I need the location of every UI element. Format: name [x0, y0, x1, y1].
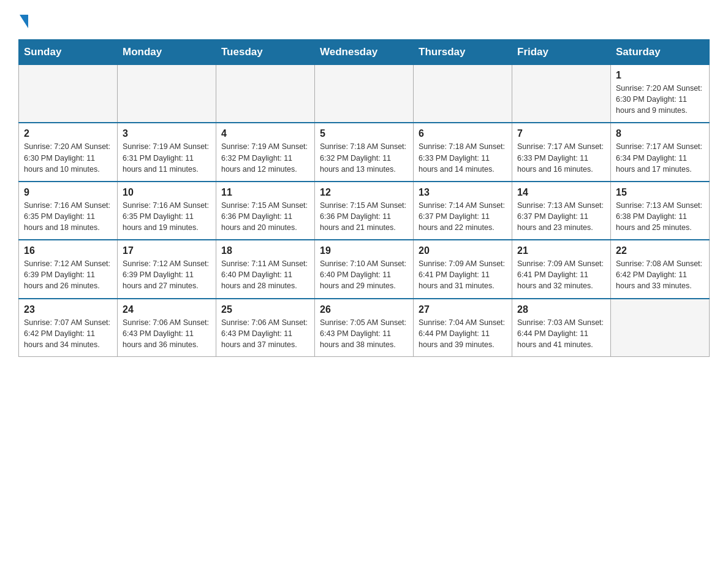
calendar-cell — [611, 299, 710, 357]
calendar-cell: 13Sunrise: 7:14 AM Sunset: 6:37 PM Dayli… — [414, 182, 512, 240]
calendar-cell: 23Sunrise: 7:07 AM Sunset: 6:42 PM Dayli… — [19, 299, 118, 357]
calendar-cell: 12Sunrise: 7:15 AM Sunset: 6:36 PM Dayli… — [315, 182, 414, 240]
day-number: 9 — [24, 187, 112, 198]
calendar-cell: 11Sunrise: 7:15 AM Sunset: 6:36 PM Dayli… — [216, 182, 315, 240]
weekday-header-wednesday: Wednesday — [315, 40, 414, 65]
day-number: 7 — [517, 128, 605, 139]
day-info: Sunrise: 7:08 AM Sunset: 6:42 PM Dayligh… — [616, 258, 704, 291]
day-number: 16 — [24, 245, 112, 256]
calendar-cell — [216, 65, 315, 123]
calendar-cell: 25Sunrise: 7:06 AM Sunset: 6:43 PM Dayli… — [216, 299, 315, 357]
day-info: Sunrise: 7:06 AM Sunset: 6:43 PM Dayligh… — [221, 317, 309, 350]
day-info: Sunrise: 7:17 AM Sunset: 6:34 PM Dayligh… — [616, 141, 704, 174]
day-info: Sunrise: 7:14 AM Sunset: 6:37 PM Dayligh… — [419, 200, 507, 233]
day-info: Sunrise: 7:16 AM Sunset: 6:35 PM Dayligh… — [123, 200, 211, 233]
day-info: Sunrise: 7:15 AM Sunset: 6:36 PM Dayligh… — [221, 200, 309, 233]
calendar-cell: 20Sunrise: 7:09 AM Sunset: 6:41 PM Dayli… — [414, 240, 512, 298]
calendar-cell: 4Sunrise: 7:19 AM Sunset: 6:32 PM Daylig… — [216, 123, 315, 181]
day-info: Sunrise: 7:12 AM Sunset: 6:39 PM Dayligh… — [24, 258, 112, 291]
day-info: Sunrise: 7:20 AM Sunset: 6:30 PM Dayligh… — [616, 83, 704, 116]
week-row-2: 2Sunrise: 7:20 AM Sunset: 6:30 PM Daylig… — [19, 123, 710, 181]
day-info: Sunrise: 7:12 AM Sunset: 6:39 PM Dayligh… — [123, 258, 211, 291]
day-number: 20 — [419, 245, 507, 256]
calendar-cell: 19Sunrise: 7:10 AM Sunset: 6:40 PM Dayli… — [315, 240, 414, 298]
calendar-cell: 21Sunrise: 7:09 AM Sunset: 6:41 PM Dayli… — [512, 240, 611, 298]
day-info: Sunrise: 7:16 AM Sunset: 6:35 PM Dayligh… — [24, 200, 112, 233]
calendar-cell: 26Sunrise: 7:05 AM Sunset: 6:43 PM Dayli… — [315, 299, 414, 357]
day-info: Sunrise: 7:09 AM Sunset: 6:41 PM Dayligh… — [517, 258, 605, 291]
day-number: 6 — [419, 128, 507, 139]
day-info: Sunrise: 7:13 AM Sunset: 6:37 PM Dayligh… — [517, 200, 605, 233]
day-number: 14 — [517, 187, 605, 198]
day-number: 15 — [616, 187, 704, 198]
day-number: 2 — [24, 128, 112, 139]
day-info: Sunrise: 7:15 AM Sunset: 6:36 PM Dayligh… — [320, 200, 408, 233]
week-row-4: 16Sunrise: 7:12 AM Sunset: 6:39 PM Dayli… — [19, 240, 710, 298]
day-info: Sunrise: 7:07 AM Sunset: 6:42 PM Dayligh… — [24, 317, 112, 350]
calendar-cell: 17Sunrise: 7:12 AM Sunset: 6:39 PM Dayli… — [118, 240, 216, 298]
day-info: Sunrise: 7:13 AM Sunset: 6:38 PM Dayligh… — [616, 200, 704, 233]
day-number: 3 — [123, 128, 211, 139]
day-info: Sunrise: 7:09 AM Sunset: 6:41 PM Dayligh… — [419, 258, 507, 291]
calendar-cell: 28Sunrise: 7:03 AM Sunset: 6:44 PM Dayli… — [512, 299, 611, 357]
week-row-3: 9Sunrise: 7:16 AM Sunset: 6:35 PM Daylig… — [19, 182, 710, 240]
calendar-cell: 5Sunrise: 7:18 AM Sunset: 6:32 PM Daylig… — [315, 123, 414, 181]
day-info: Sunrise: 7:03 AM Sunset: 6:44 PM Dayligh… — [517, 317, 605, 350]
day-number: 26 — [320, 304, 408, 315]
day-info: Sunrise: 7:04 AM Sunset: 6:44 PM Dayligh… — [419, 317, 507, 350]
day-info: Sunrise: 7:18 AM Sunset: 6:33 PM Dayligh… — [419, 141, 507, 174]
calendar-cell — [19, 65, 118, 123]
day-number: 17 — [123, 245, 211, 256]
day-number: 13 — [419, 187, 507, 198]
calendar-cell — [414, 65, 512, 123]
weekday-header-row: SundayMondayTuesdayWednesdayThursdayFrid… — [19, 40, 710, 65]
calendar-cell: 2Sunrise: 7:20 AM Sunset: 6:30 PM Daylig… — [19, 123, 118, 181]
weekday-header-sunday: Sunday — [19, 40, 118, 65]
day-number: 4 — [221, 128, 309, 139]
day-number: 10 — [123, 187, 211, 198]
calendar-cell: 6Sunrise: 7:18 AM Sunset: 6:33 PM Daylig… — [414, 123, 512, 181]
day-info: Sunrise: 7:05 AM Sunset: 6:43 PM Dayligh… — [320, 317, 408, 350]
calendar-cell: 3Sunrise: 7:19 AM Sunset: 6:31 PM Daylig… — [118, 123, 216, 181]
day-number: 23 — [24, 304, 112, 315]
day-number: 25 — [221, 304, 309, 315]
calendar-cell: 7Sunrise: 7:17 AM Sunset: 6:33 PM Daylig… — [512, 123, 611, 181]
calendar-cell: 24Sunrise: 7:06 AM Sunset: 6:43 PM Dayli… — [118, 299, 216, 357]
day-number: 18 — [221, 245, 309, 256]
calendar-cell: 9Sunrise: 7:16 AM Sunset: 6:35 PM Daylig… — [19, 182, 118, 240]
day-info: Sunrise: 7:17 AM Sunset: 6:33 PM Dayligh… — [517, 141, 605, 174]
day-number: 28 — [517, 304, 605, 315]
day-number: 21 — [517, 245, 605, 256]
weekday-header-friday: Friday — [512, 40, 611, 65]
day-number: 5 — [320, 128, 408, 139]
calendar-cell: 14Sunrise: 7:13 AM Sunset: 6:37 PM Dayli… — [512, 182, 611, 240]
weekday-header-monday: Monday — [118, 40, 216, 65]
week-row-1: 1Sunrise: 7:20 AM Sunset: 6:30 PM Daylig… — [19, 65, 710, 123]
calendar-cell: 8Sunrise: 7:17 AM Sunset: 6:34 PM Daylig… — [611, 123, 710, 181]
day-info: Sunrise: 7:19 AM Sunset: 6:32 PM Dayligh… — [221, 141, 309, 174]
day-number: 12 — [320, 187, 408, 198]
day-info: Sunrise: 7:06 AM Sunset: 6:43 PM Dayligh… — [123, 317, 211, 350]
day-info: Sunrise: 7:19 AM Sunset: 6:31 PM Dayligh… — [123, 141, 211, 174]
page-header — [18, 12, 710, 28]
calendar-cell: 15Sunrise: 7:13 AM Sunset: 6:38 PM Dayli… — [611, 182, 710, 240]
calendar-cell — [118, 65, 216, 123]
calendar-cell: 18Sunrise: 7:11 AM Sunset: 6:40 PM Dayli… — [216, 240, 315, 298]
weekday-header-thursday: Thursday — [414, 40, 512, 65]
calendar-cell: 27Sunrise: 7:04 AM Sunset: 6:44 PM Dayli… — [414, 299, 512, 357]
logo-arrow-icon — [20, 15, 28, 28]
calendar-table: SundayMondayTuesdayWednesdayThursdayFrid… — [18, 39, 710, 357]
day-number: 8 — [616, 128, 704, 139]
day-number: 1 — [616, 70, 704, 81]
day-info: Sunrise: 7:20 AM Sunset: 6:30 PM Dayligh… — [24, 141, 112, 174]
calendar-cell: 22Sunrise: 7:08 AM Sunset: 6:42 PM Dayli… — [611, 240, 710, 298]
calendar-cell: 10Sunrise: 7:16 AM Sunset: 6:35 PM Dayli… — [118, 182, 216, 240]
day-number: 22 — [616, 245, 704, 256]
day-number: 19 — [320, 245, 408, 256]
calendar-cell — [315, 65, 414, 123]
day-number: 27 — [419, 304, 507, 315]
day-info: Sunrise: 7:11 AM Sunset: 6:40 PM Dayligh… — [221, 258, 309, 291]
logo — [18, 12, 28, 28]
weekday-header-tuesday: Tuesday — [216, 40, 315, 65]
weekday-header-saturday: Saturday — [611, 40, 710, 65]
